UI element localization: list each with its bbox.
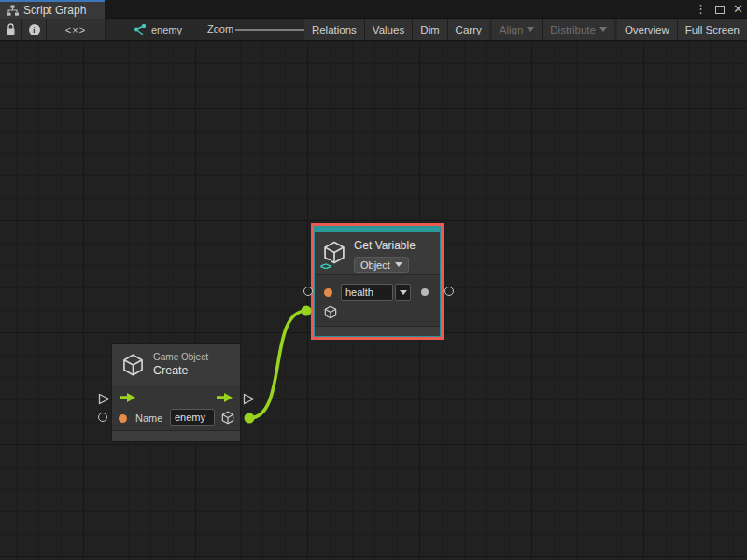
selection-outline: <> Get Variable Object bbox=[311, 223, 444, 340]
window-menu-icon[interactable]: ⋮ bbox=[695, 0, 707, 19]
variable-brackets-icon: <> bbox=[319, 260, 331, 272]
relations-button[interactable]: Relations bbox=[304, 19, 365, 40]
chevron-down-icon bbox=[527, 27, 534, 32]
node-category: Game Object bbox=[153, 352, 208, 362]
node-create-gameobject[interactable]: Game Object Create Name bbox=[112, 344, 240, 441]
info-button[interactable]: i bbox=[22, 19, 47, 40]
node-title: Get Variable bbox=[354, 239, 416, 252]
graph-name: enemy bbox=[151, 24, 182, 35]
name-port-dot bbox=[324, 288, 332, 297]
carry-button[interactable]: Carry bbox=[448, 19, 489, 40]
code-preview-button[interactable]: <×> bbox=[47, 19, 106, 40]
gameobject-output-cube-icon bbox=[220, 410, 235, 426]
code-icon: <×> bbox=[65, 24, 86, 35]
value-output-port[interactable] bbox=[444, 287, 454, 296]
graph-canvas[interactable]: Game Object Create Name bbox=[0, 41, 747, 560]
graph-reference-icon bbox=[133, 23, 147, 36]
info-icon: i bbox=[29, 24, 40, 35]
zoom-label: Zoom bbox=[207, 19, 233, 40]
lock-button[interactable] bbox=[0, 19, 22, 40]
overview-button[interactable]: Overview bbox=[617, 19, 678, 40]
chevron-down-icon bbox=[599, 27, 607, 32]
align-button: Align bbox=[492, 19, 543, 40]
script-graph-icon bbox=[7, 5, 19, 17]
value-output-dot bbox=[421, 288, 429, 296]
gameobject-cube-icon bbox=[120, 352, 146, 378]
tab-label: Script Graph bbox=[23, 4, 86, 17]
maximize-icon[interactable] bbox=[715, 6, 725, 14]
control-input-arrow-icon bbox=[119, 392, 136, 403]
node-footer bbox=[315, 326, 440, 336]
values-button[interactable]: Values bbox=[365, 19, 413, 40]
dim-button[interactable]: Dim bbox=[413, 19, 447, 40]
variable-name-field[interactable] bbox=[341, 284, 393, 301]
graph-toolbar: i <×> enemy Zoom 1x Relations Values Dim… bbox=[0, 19, 747, 41]
node-title: Create bbox=[153, 364, 189, 377]
name-input-port[interactable] bbox=[98, 413, 107, 422]
control-input-port[interactable] bbox=[98, 393, 110, 405]
variable-name-input-port[interactable] bbox=[303, 287, 313, 296]
param-label: Name bbox=[135, 413, 162, 424]
chevron-down-icon bbox=[395, 262, 402, 267]
control-output-arrow-icon bbox=[216, 392, 233, 403]
variable-name-dropdown-button[interactable] bbox=[395, 284, 411, 301]
window-titlebar: Script Graph ⋮ ✕ bbox=[0, 0, 747, 19]
distribute-button: Distribute bbox=[543, 19, 614, 40]
gameobject-target-cube-icon bbox=[323, 304, 338, 320]
node-get-variable[interactable]: <> Get Variable Object bbox=[314, 226, 441, 337]
close-icon[interactable]: ✕ bbox=[733, 0, 743, 19]
tab-script-graph[interactable]: Script Graph bbox=[0, 0, 105, 19]
control-output-port[interactable] bbox=[243, 393, 255, 405]
variable-kind-dropdown[interactable]: Object bbox=[354, 257, 409, 273]
gameobject-output-port-connected bbox=[245, 413, 255, 424]
gameobject-target-port-connected bbox=[302, 306, 312, 316]
graph-selector[interactable]: enemy bbox=[127, 19, 188, 40]
lock-icon bbox=[6, 23, 16, 35]
name-value-field[interactable] bbox=[170, 409, 215, 426]
chevron-down-icon bbox=[400, 290, 407, 295]
node-footer bbox=[112, 430, 240, 441]
full-screen-button[interactable]: Full Screen bbox=[678, 19, 747, 40]
name-port-dot bbox=[119, 414, 127, 423]
variable-cube-icon: <> bbox=[321, 239, 349, 269]
